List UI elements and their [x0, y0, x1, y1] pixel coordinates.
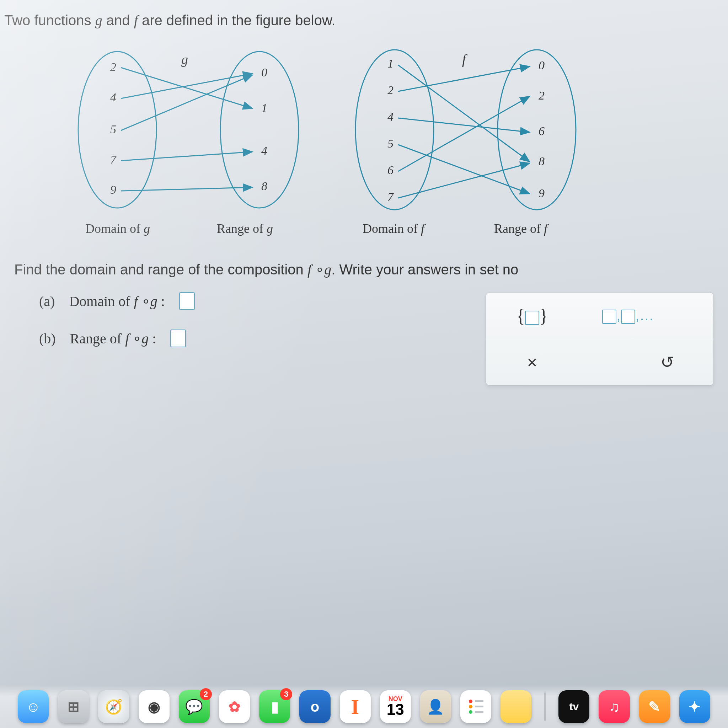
answer-b-label: Range of f ∘g : [70, 330, 156, 347]
svg-text:8: 8 [261, 179, 267, 193]
svg-text:9: 9 [110, 183, 116, 196]
svg-text:7: 7 [110, 153, 117, 166]
dock-outlook[interactable]: o [299, 690, 330, 723]
dock-music[interactable]: ♫ [599, 690, 630, 723]
svg-text:8: 8 [538, 154, 544, 168]
diagram-g: g 2 4 5 7 9 0 1 4 8 [64, 44, 320, 243]
set-braces-button[interactable]: {} [500, 300, 564, 332]
svg-text:1: 1 [261, 101, 267, 115]
svg-text:9: 9 [538, 187, 544, 200]
svg-text:0: 0 [261, 66, 267, 79]
svg-line-32 [398, 145, 530, 194]
svg-text:4: 4 [261, 144, 267, 157]
dock-notes[interactable] [500, 690, 531, 723]
clear-button[interactable]: × [500, 346, 564, 378]
answer-a-input[interactable] [179, 292, 195, 310]
svg-text:2: 2 [110, 60, 116, 73]
answer-b-row: (b) Range of f ∘g : [39, 329, 412, 347]
svg-point-1 [220, 52, 298, 208]
svg-text:1: 1 [387, 57, 393, 70]
g-label: g [181, 52, 188, 67]
dock-appletv[interactable]: tv [558, 690, 589, 723]
f-label: f [462, 52, 468, 67]
f-range-caption: Range of f [494, 222, 549, 236]
dock-drawing[interactable]: ✎ [639, 690, 670, 723]
svg-text:2: 2 [387, 84, 393, 97]
svg-line-33 [398, 96, 530, 171]
svg-rect-39 [475, 706, 483, 707]
svg-point-36 [469, 705, 473, 708]
svg-text:4: 4 [110, 91, 116, 104]
svg-line-12 [121, 73, 252, 98]
dock-extra[interactable]: ✦ [679, 690, 710, 723]
svg-rect-40 [475, 711, 483, 713]
svg-line-29 [398, 65, 530, 162]
dock-iwork[interactable]: I [340, 690, 371, 723]
svg-text:6: 6 [387, 164, 393, 177]
list-button[interactable]: ,,... [596, 300, 660, 332]
svg-line-31 [398, 118, 530, 132]
problem-statement: Two functions g and f are defined in the… [0, 11, 728, 41]
messages-badge: 2 [200, 688, 212, 700]
dock-chrome[interactable]: ◉ [139, 690, 170, 723]
dock-calendar[interactable]: NOV 13 [380, 690, 411, 723]
svg-text:0: 0 [538, 59, 544, 72]
svg-line-14 [121, 152, 252, 161]
answer-a-tag: (a) [39, 293, 55, 310]
dock-photos[interactable]: ✿ [219, 690, 250, 723]
svg-line-15 [121, 187, 252, 191]
dock-messages[interactable]: 💬2 [179, 690, 210, 723]
svg-point-37 [469, 710, 473, 714]
svg-text:6: 6 [538, 124, 544, 138]
svg-line-34 [398, 163, 530, 198]
dock-separator [544, 693, 546, 721]
sub-prompt: Find the domain and range of the composi… [0, 247, 728, 285]
diagrams: g 2 4 5 7 9 0 1 4 8 [0, 41, 728, 247]
facetime-badge: 3 [280, 688, 292, 700]
answer-b-input[interactable] [170, 329, 186, 347]
svg-rect-38 [475, 700, 483, 702]
undo-button[interactable]: ↺ [635, 346, 699, 378]
dock-reminders[interactable] [460, 690, 491, 723]
dock-launchpad[interactable]: ⊞ [58, 690, 89, 723]
svg-text:2: 2 [538, 89, 544, 102]
svg-text:4: 4 [387, 110, 393, 123]
calendar-day: 13 [387, 700, 404, 719]
svg-point-16 [355, 50, 434, 210]
dock-contacts[interactable]: 👤 [420, 690, 451, 723]
answer-a-row: (a) Domain of f ∘g : [39, 292, 412, 310]
answer-a-label: Domain of f ∘g : [69, 293, 165, 310]
dock: ☺ ⊞ 🧭 ◉ 💬2 ✿ ▮3 o I NOV 13 👤 tv ♫ ✎ ✦ [0, 685, 728, 728]
symbol-palette: {} ,,... × ↺ [486, 292, 714, 386]
dock-safari[interactable]: 🧭 [98, 690, 129, 723]
answer-b-tag: (b) [39, 330, 56, 347]
svg-text:7: 7 [387, 190, 394, 203]
dock-facetime[interactable]: ▮3 [259, 690, 290, 723]
g-domain-caption: Domain of g [85, 222, 150, 236]
svg-text:5: 5 [387, 137, 393, 150]
diagram-f: f 1 2 4 5 6 7 0 2 6 8 9 [341, 44, 597, 243]
svg-point-35 [469, 700, 473, 703]
g-range-caption: Range of g [217, 222, 273, 236]
svg-text:5: 5 [110, 122, 116, 136]
dock-finder[interactable]: ☺ [18, 690, 49, 723]
f-domain-caption: Domain of f [362, 222, 426, 236]
